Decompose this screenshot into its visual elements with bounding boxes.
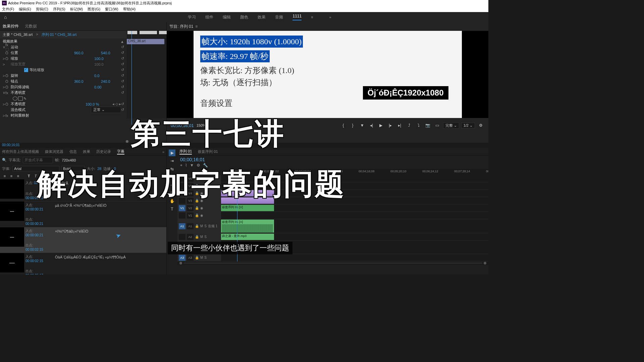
- menu-marker[interactable]: 标记(M): [70, 7, 83, 12]
- mini-playhead[interactable]: [131, 31, 132, 125]
- mark-in-icon[interactable]: {: [340, 122, 347, 129]
- menu-graphics[interactable]: 图形(G): [88, 7, 100, 12]
- effect-sequence-clip[interactable]: 序列 01 * CHS_38.srt: [42, 32, 77, 37]
- program-res-dropdown[interactable]: 1/2 ⌄: [461, 123, 475, 128]
- scroll-thumb[interactable]: [126, 140, 128, 143]
- snap-icon[interactable]: ⌖: [180, 163, 182, 168]
- clip-video[interactable]: [221, 197, 274, 204]
- blend-dropdown[interactable]: 正常 ⌄: [91, 107, 121, 113]
- menu-sequence[interactable]: 序列(S): [53, 7, 65, 12]
- anchor-x[interactable]: 360.0: [74, 79, 101, 83]
- panel-menu-icon[interactable]: ≡: [195, 24, 198, 29]
- selection-tool-icon[interactable]: ▶: [169, 149, 175, 156]
- caption-item[interactable]: 入点: 00出点: 00:00:00:21 ¹ö½Ó°Ã: [0, 179, 166, 201]
- timeline-tab-seq[interactable]: 序列 01: [179, 149, 192, 155]
- music-icon[interactable]: ♪: [46, 173, 52, 179]
- workspace-assembly[interactable]: 组件: [205, 14, 213, 20]
- tab-media-browser[interactable]: 媒体浏览器: [45, 149, 63, 154]
- edge-value[interactable]: 0: [114, 167, 116, 171]
- workspace-1111[interactable]: 1111: [292, 14, 302, 20]
- tab-effects[interactable]: 效果: [83, 149, 90, 154]
- program-timecode[interactable]: 00;00;16;01: [171, 123, 194, 128]
- underline-icon[interactable]: T: [40, 173, 45, 179]
- pen-mask-icon[interactable]: ✎: [23, 97, 28, 101]
- tabs-overflow-icon[interactable]: »: [162, 150, 164, 154]
- opacity-effect[interactable]: 不透明度: [11, 90, 121, 95]
- timeline-ruler[interactable]: 00;00 00;01;04;02 00;02;08;04 00;03;12;0…: [231, 169, 488, 175]
- reset-icon[interactable]: ↺: [121, 68, 124, 72]
- home-icon[interactable]: ⌂: [4, 14, 7, 20]
- timeline-scroll[interactable]: [177, 261, 488, 265]
- linked-selection-icon[interactable]: ⌇: [185, 163, 187, 168]
- settings-icon[interactable]: ⚙: [477, 122, 484, 129]
- tab-info[interactable]: 信息: [69, 149, 77, 154]
- menu-help[interactable]: 帮助(H): [123, 7, 136, 12]
- rect-mask-icon[interactable]: [18, 97, 23, 101]
- program-fit-dropdown[interactable]: 完整 ⌄: [443, 122, 459, 129]
- time-remap[interactable]: 时间重映射: [11, 113, 124, 118]
- clip-subtitle[interactable]: 嵌套序列 01 [V]: [221, 205, 274, 211]
- step-forward-icon[interactable]: |▸: [387, 122, 394, 129]
- pen-tool-icon[interactable]: ✎: [169, 190, 175, 196]
- uniform-scale-checkbox[interactable]: [24, 68, 28, 72]
- workspace-learn[interactable]: 学习: [188, 14, 196, 20]
- reset-icon[interactable]: ↺: [121, 79, 124, 83]
- play-icon[interactable]: ▶: [377, 122, 385, 129]
- menu-file[interactable]: 文件(F): [2, 7, 14, 12]
- reset-icon[interactable]: ↺: [121, 102, 124, 106]
- type-tool-icon[interactable]: T: [169, 206, 175, 213]
- caption-item[interactable]: ━━━ 入点: 00:00:00:21出点: 00:00:00:21 µã ö½…: [0, 201, 166, 227]
- program-zoom[interactable]: 150% ⌄: [197, 123, 210, 128]
- tab-metadata[interactable]: 元数据: [25, 23, 37, 29]
- align-left-icon[interactable]: ≡: [2, 173, 7, 179]
- align-right-icon[interactable]: ≡: [15, 173, 21, 179]
- bold-icon[interactable]: T: [26, 173, 32, 179]
- scale-val[interactable]: 100.0: [94, 57, 121, 61]
- caption-text[interactable]: ¹ö½Ó°Ã: [53, 179, 166, 201]
- mini-clip[interactable]: CHS_38.srt: [127, 39, 164, 44]
- settings-icon[interactable]: ⚙: [197, 163, 200, 168]
- timeline-tab-nested[interactable]: 嵌套序列 01: [198, 149, 218, 154]
- slip-tool-icon[interactable]: ↔: [169, 182, 175, 188]
- anchor-y[interactable]: 240.0: [101, 79, 121, 83]
- caption-item[interactable]: ━━━━ 入点: 00:00:02:15出点: 00:00:05:17 ÒàÀ´…: [0, 253, 166, 275]
- comparison-icon[interactable]: ▭: [434, 122, 441, 129]
- box-icon[interactable]: ▭: [53, 173, 58, 179]
- export-frame-icon[interactable]: 📷: [424, 122, 432, 129]
- wrench-icon[interactable]: 🔧: [203, 163, 208, 168]
- italic-icon[interactable]: T: [33, 173, 38, 179]
- align-center-icon[interactable]: ≡: [9, 173, 14, 179]
- go-next-icon[interactable]: ▸|: [396, 122, 404, 129]
- menu-window[interactable]: 窗口(W): [105, 7, 118, 12]
- source-a3[interactable]: A3: [179, 255, 185, 261]
- step-back-icon[interactable]: ◂|: [368, 122, 375, 129]
- workspace-effects[interactable]: 效果: [258, 14, 266, 20]
- reset-icon[interactable]: ↺: [121, 56, 124, 61]
- flicker-val[interactable]: 0.00: [94, 85, 121, 89]
- reset-icon[interactable]: ↺: [121, 51, 124, 55]
- menu-clip[interactable]: 剪辑(C): [36, 7, 48, 12]
- reset-icon[interactable]: ↺: [121, 73, 124, 78]
- reset-icon[interactable]: ↺: [121, 108, 124, 112]
- clip-video[interactable]: [221, 190, 274, 196]
- clip-audio[interactable]: 嵌套序列 01 [A]: [221, 220, 274, 233]
- reset-icon[interactable]: ↺: [121, 90, 124, 95]
- hand-tool-icon[interactable]: ✋: [169, 198, 175, 204]
- font-input[interactable]: [12, 166, 59, 171]
- motion-effect[interactable]: 运动: [11, 45, 121, 50]
- reset-icon[interactable]: ↺: [121, 45, 124, 49]
- razor-tool-icon[interactable]: ✂: [169, 174, 175, 180]
- program-monitor[interactable]: 帧大小: 1920h 1080v (1.0000) 帧速率: 29.97 帧/秒…: [167, 31, 488, 118]
- position-y[interactable]: 540.0: [101, 51, 121, 55]
- workspace-color[interactable]: 颜色: [240, 14, 248, 20]
- search-icon[interactable]: 🔍: [2, 158, 7, 162]
- caption-text[interactable]: ×î¾í°Ú¶àÐ¡»í°éÌÉÌÖ: [53, 227, 166, 253]
- caption-text[interactable]: µã ö½Ó°Ã ×î¾í°Ú¶àÐ¡»í°éÌÉÌÖ: [53, 201, 166, 227]
- source-a1[interactable]: A1: [179, 223, 185, 229]
- reset-icon[interactable]: ↺: [121, 85, 124, 89]
- ellipse-mask-icon[interactable]: [13, 97, 17, 101]
- lift-icon[interactable]: ⤴: [406, 122, 413, 129]
- workspace-overflow-icon[interactable]: »: [329, 15, 331, 19]
- workspace-audio[interactable]: 音频: [275, 14, 283, 20]
- mark-out-icon[interactable]: }: [349, 122, 357, 129]
